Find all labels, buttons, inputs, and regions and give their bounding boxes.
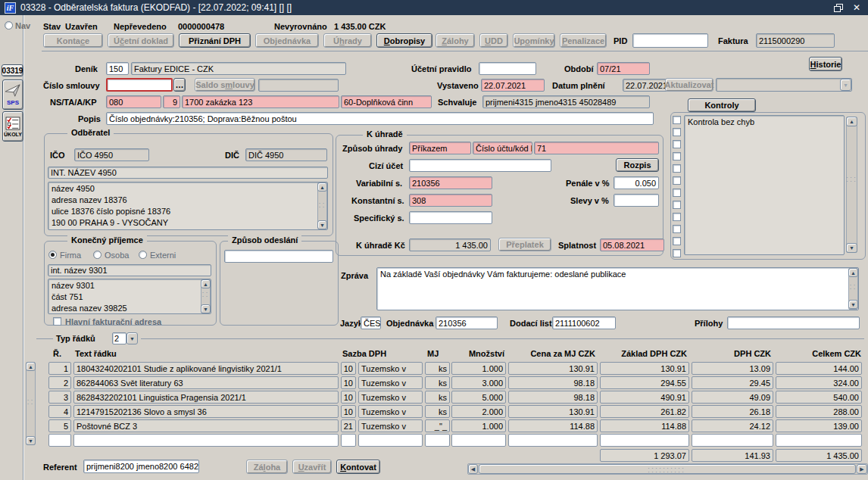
kontovat-button[interactable]: Kontovat (336, 460, 380, 474)
table-cell-vat[interactable]: 29.45 (692, 376, 773, 389)
cizi-ucet-field[interactable] (409, 159, 551, 172)
table-cell-empty[interactable] (508, 434, 598, 447)
ucetni-doklad-button[interactable]: Účetní doklad (108, 33, 174, 48)
table-cell-empty[interactable] (692, 434, 773, 447)
table-cell-qty[interactable]: 1.000 (451, 362, 506, 375)
table-cell-text[interactable]: 8628432202101 Linguistica Pragensia 2021… (73, 391, 339, 404)
ns-field-3[interactable]: 1700 zakázka 123 (182, 95, 339, 108)
popis-field[interactable]: Číslo objednávky:210356; Doprava:Běžnou … (106, 112, 654, 125)
firma-radio[interactable] (48, 251, 57, 259)
table-cell-dph-zone[interactable]: Tuzemsko v (358, 362, 423, 375)
cislo-uctu-field[interactable]: 71 (534, 142, 659, 154)
dodaci-list-field[interactable]: 2111100602 (552, 316, 616, 329)
kontroly-checkbox-9[interactable] (673, 213, 681, 221)
table-cell-empty[interactable] (358, 434, 423, 447)
ns-field-4[interactable]: 60-Doplňková činn (341, 95, 432, 108)
table-cell-dph-zone[interactable]: Tuzemsko v (358, 376, 423, 389)
table-cell-qty[interactable]: 5.000 (451, 391, 506, 404)
table-scroll-up-icon[interactable]: ▲ (26, 362, 36, 371)
table-cell-price[interactable]: 98.18 (508, 391, 598, 404)
pid-field[interactable] (632, 33, 708, 48)
table-cell-vat[interactable]: 24.12 (692, 419, 773, 432)
kontroly-checkbox-8[interactable] (673, 201, 681, 209)
table-cell-total[interactable]: 540.00 (776, 391, 862, 404)
aktualizovat-button[interactable]: Aktualizovat (665, 78, 713, 92)
table-cell-empty[interactable] (776, 434, 862, 447)
table-scroll-grip[interactable]: ···· (26, 398, 36, 407)
aktualizovat-combo-arrow-icon[interactable]: ▼ (840, 79, 851, 91)
udd-button[interactable]: UDD (479, 33, 508, 48)
table-cell-empty[interactable] (48, 434, 71, 447)
penalizace-button[interactable]: Penalizace (560, 33, 607, 48)
h-scroll-left-icon[interactable]: ◀ (468, 464, 478, 474)
table-cell-empty[interactable] (341, 434, 356, 447)
table-cell-empty[interactable] (73, 434, 339, 447)
denik-code-field[interactable]: 150 (106, 62, 129, 75)
table-cell-vat[interactable]: 26.18 (692, 405, 773, 418)
table-cell-total[interactable]: 144.00 (776, 362, 862, 375)
kontroly-checkbox-11[interactable] (673, 237, 681, 245)
ns-field-2[interactable]: 9 (163, 95, 180, 108)
kontroly-checkbox-1[interactable] (673, 116, 681, 124)
table-cell-mj[interactable]: ks (425, 376, 450, 389)
table-cell-dph-code[interactable]: 10 (341, 391, 356, 404)
faktura-field[interactable]: 2115000290 (756, 33, 835, 48)
odberatel-scroll-grip[interactable]: ···· (317, 201, 327, 209)
table-cell-dph-code[interactable]: 10 (341, 405, 356, 418)
table-cell-vat[interactable]: 49.09 (692, 391, 773, 404)
zpusob-uhrady-field[interactable]: Příkazem (409, 142, 471, 154)
close-window-icon[interactable]: ✕ (850, 2, 863, 14)
table-row-number[interactable]: 1 (48, 362, 71, 375)
typ-radku-combo[interactable]: 2 (112, 332, 126, 344)
table-row-number[interactable]: 5 (48, 419, 71, 432)
sps-button[interactable]: SPS (2, 79, 23, 110)
table-row-number[interactable]: 3 (48, 391, 71, 404)
kontroly-list[interactable]: Kontrola bez chyb (684, 115, 845, 255)
kontroly-tab-button[interactable]: Kontroly (688, 98, 756, 112)
kontroly-checkbox-2[interactable] (673, 128, 681, 136)
cislo-smlouvy-lookup-button[interactable]: … (173, 78, 186, 92)
jazyk-field[interactable]: ČES (361, 316, 381, 329)
table-cell-dph-code[interactable]: 10 (341, 376, 356, 389)
table-cell-total[interactable]: 324.00 (776, 376, 862, 389)
table-cell-text[interactable]: 18043240202101 Studie z aplikované lingv… (73, 362, 339, 375)
obdobi-field[interactable]: 07/21 (597, 62, 650, 75)
prijemce-scroll-grip[interactable]: ···· (201, 291, 211, 298)
kontroly-scroll-down-icon[interactable]: ▼ (846, 243, 857, 253)
denik-name-field[interactable]: Faktury EDICE - CZK (131, 62, 346, 75)
penale-field[interactable]: 0.050 (614, 176, 659, 189)
vystaveno-field[interactable]: 22.07.2021 (481, 79, 545, 92)
odberatel-scroll-up-icon[interactable]: ▲ (317, 182, 327, 192)
table-cell-mj[interactable]: _"_ (425, 419, 450, 432)
kontroly-scroll-up-icon[interactable]: ▲ (846, 117, 857, 126)
saldo-smlouvy-button[interactable]: Saldo smlouvy (195, 78, 255, 92)
slevy-field[interactable] (614, 194, 659, 207)
kontroly-checkbox-12[interactable] (673, 249, 681, 257)
rozpis-button[interactable]: Rozpis (616, 158, 659, 172)
kontroly-checkbox-10[interactable] (673, 225, 681, 233)
table-cell-total[interactable]: 139.00 (776, 419, 862, 432)
table-cell-mj[interactable]: ks (425, 362, 450, 375)
table-cell-empty[interactable] (451, 434, 506, 447)
objednavka-field[interactable]: 210356 (436, 316, 498, 329)
table-cell-text[interactable]: Poštovné BCZ 3 (73, 419, 339, 432)
table-cell-base[interactable]: 114.88 (600, 419, 689, 432)
specificky-field[interactable] (409, 211, 492, 224)
hlavni-adresa-checkbox[interactable] (53, 317, 61, 326)
table-scroll-down-icon[interactable]: ▼ (26, 436, 36, 445)
table-cell-base[interactable]: 130.91 (600, 362, 689, 375)
prijemce-scroll-up-icon[interactable]: ▲ (201, 279, 211, 288)
prijemce-scroll-down-icon[interactable]: ▼ (201, 304, 211, 313)
table-cell-qty[interactable]: 2.000 (451, 405, 506, 418)
table-cell-total[interactable]: 288.00 (776, 405, 862, 418)
table-cell-base[interactable]: 490.91 (600, 391, 689, 404)
variabilni-field[interactable]: 210356 (409, 176, 492, 189)
dobropisy-button[interactable]: Dobropisy (376, 33, 432, 48)
zprava-scroll-grip[interactable]: ···· (848, 283, 858, 291)
table-cell-dph-code[interactable]: 10 (341, 362, 356, 375)
kontroly-checkbox-3[interactable] (673, 140, 681, 148)
uhrady-button[interactable]: Úhrady (323, 33, 372, 48)
odberatel-int-nazev-field[interactable]: INT. NÁZEV 4950 (48, 167, 328, 179)
kontroly-checkbox-4[interactable] (673, 152, 681, 161)
objednavka-button[interactable]: Objednávka (255, 33, 319, 48)
